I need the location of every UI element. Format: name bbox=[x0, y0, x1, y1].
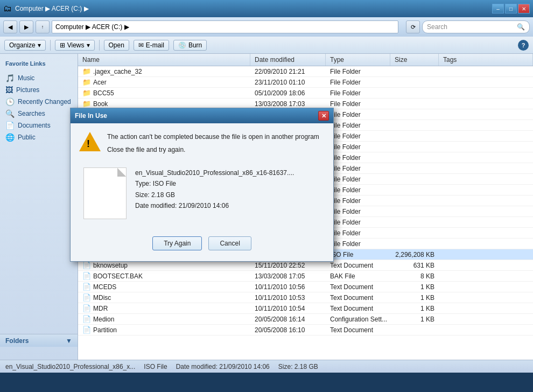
dialog-file-date: Date modified: 21/09/2010 14:06 bbox=[135, 200, 294, 211]
dialog-file-size: Size: 2.18 GB bbox=[135, 190, 294, 200]
dialog-file-icon bbox=[83, 167, 127, 219]
dialog-overlay: File In Use ✕ The action can't be comple… bbox=[0, 0, 533, 392]
cancel-button[interactable]: Cancel bbox=[208, 236, 251, 250]
warning-triangle bbox=[79, 132, 101, 151]
dialog-message-area: The action can't be completed because th… bbox=[79, 132, 325, 155]
dialog-file-type: Type: ISO File bbox=[135, 178, 294, 189]
dialog-buttons: Try Again Cancel bbox=[79, 232, 325, 253]
file-icon-fold bbox=[117, 168, 126, 177]
try-again-button[interactable]: Try Again bbox=[152, 236, 202, 250]
dialog-body: The action can't be completed because th… bbox=[71, 123, 333, 261]
dialog-line2: Close the file and try again. bbox=[107, 145, 319, 155]
dialog-close-button[interactable]: ✕ bbox=[318, 111, 329, 121]
dialog-file-area: en_Visual_Studio2010_Professional_x86_x1… bbox=[79, 163, 325, 223]
dialog-titlebar: File In Use ✕ bbox=[71, 108, 333, 123]
dialog-message-text: The action can't be completed because th… bbox=[107, 132, 319, 155]
file-in-use-dialog: File In Use ✕ The action can't be comple… bbox=[70, 108, 334, 262]
dialog-title: File In Use bbox=[75, 112, 318, 120]
dialog-line1: The action can't be completed because th… bbox=[107, 132, 319, 142]
dialog-file-name: en_Visual_Studio2010_Professional_x86_x1… bbox=[135, 167, 294, 178]
dialog-file-info: en_Visual_Studio2010_Professional_x86_x1… bbox=[135, 167, 294, 212]
warning-icon bbox=[79, 132, 101, 153]
